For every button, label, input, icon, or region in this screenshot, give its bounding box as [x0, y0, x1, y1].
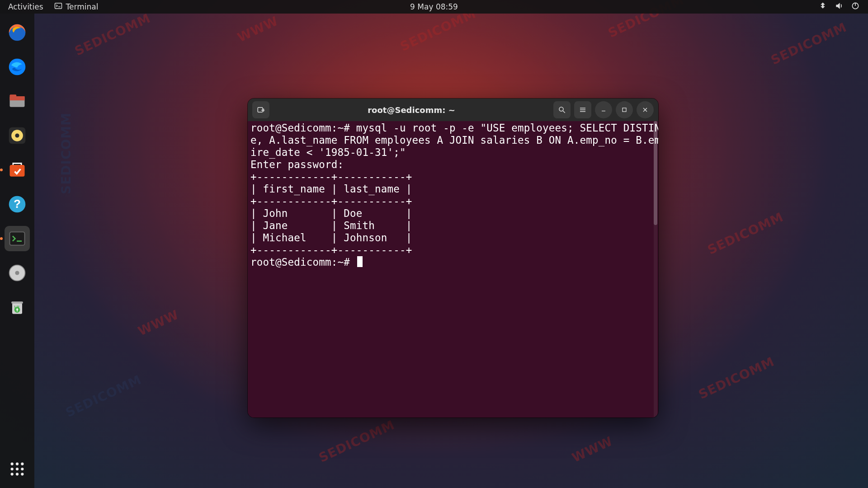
watermark-text: SEDICOMM	[72, 10, 153, 58]
watermark-text: WWW	[235, 14, 281, 45]
terminal-line: | Jane | Smith |	[250, 220, 412, 231]
watermark-text: SEDICOMM	[696, 354, 777, 402]
svg-point-27	[16, 473, 19, 475]
terminal-window: root@Sedicomm: ~ root@Sedicomm:~# mysql …	[248, 99, 658, 418]
power-icon[interactable]	[851, 1, 860, 12]
search-button[interactable]	[553, 101, 571, 118]
terminal-titlebar: root@Sedicomm: ~	[248, 99, 658, 121]
terminal-line: +------------+-----------+	[250, 171, 412, 183]
svg-point-24	[16, 468, 19, 470]
svg-point-23	[11, 468, 14, 470]
svg-point-22	[21, 463, 24, 465]
svg-line-33	[563, 111, 565, 113]
topbar-app-indicator[interactable]: Terminal	[54, 2, 99, 12]
terminal-line: ire_date < '1985-01-31';"	[250, 146, 406, 158]
watermark-text: SEDICOMM	[63, 372, 144, 420]
watermark-text: WWW	[570, 434, 615, 465]
terminal-cursor	[357, 256, 363, 267]
dock-disk[interactable]	[5, 260, 30, 286]
svg-point-10	[15, 133, 19, 137]
show-applications-button[interactable]	[5, 456, 30, 482]
terminal-line: | Michael | Johnson |	[250, 232, 412, 244]
terminal-line: +------------+-----------+	[250, 244, 412, 256]
dock-rhythmbox[interactable]	[5, 123, 30, 148]
svg-point-20	[11, 463, 14, 465]
svg-point-32	[559, 107, 563, 111]
activities-button[interactable]: Activities	[8, 2, 43, 11]
terminal-body[interactable]: root@Sedicomm:~# mysql -u root -p -e "US…	[248, 121, 658, 418]
terminal-line: Enter password:	[250, 159, 344, 170]
network-icon[interactable]	[818, 1, 827, 12]
terminal-line: +------------+-----------+	[250, 195, 412, 207]
dock-help[interactable]: ?	[5, 192, 30, 217]
terminal-line: root@Sedicomm:~#	[250, 256, 363, 268]
svg-point-16	[15, 271, 19, 275]
dock-firefox[interactable]	[5, 20, 30, 45]
svg-point-21	[16, 463, 19, 465]
close-button[interactable]	[637, 101, 654, 118]
svg-rect-7	[10, 94, 17, 97]
terminal-small-icon	[54, 2, 62, 12]
watermark-text: SEDICOMM	[59, 113, 74, 194]
svg-point-26	[11, 473, 14, 475]
terminal-scrollbar[interactable]	[654, 121, 657, 418]
terminal-line: | John | Doe |	[250, 207, 412, 219]
svg-text:?: ?	[14, 197, 21, 210]
watermark-text: SEDICOMM	[769, 19, 849, 67]
window-title: root@Sedicomm: ~	[269, 105, 553, 115]
svg-point-28	[21, 473, 24, 475]
dock: ?	[0, 14, 34, 488]
topbar-datetime[interactable]: 9 May 08:59	[410, 2, 458, 11]
svg-rect-11	[10, 165, 25, 177]
volume-icon[interactable]	[835, 1, 844, 12]
terminal-line: | first_name | last_name |	[250, 183, 412, 195]
dock-thunderbird[interactable]	[5, 54, 30, 80]
hamburger-menu-button[interactable]	[574, 101, 591, 118]
svg-rect-18	[11, 301, 23, 304]
dock-software[interactable]	[5, 157, 30, 183]
dock-files[interactable]	[5, 89, 30, 114]
topbar-app-name: Terminal	[66, 2, 99, 11]
watermark-text: SEDICOMM	[705, 209, 786, 257]
maximize-button[interactable]	[616, 101, 633, 118]
topbar: Activities Terminal 9 May 08:59	[0, 0, 868, 14]
terminal-line: e, A.last_name FROM employees A JOIN sal…	[250, 134, 658, 146]
svg-rect-38	[623, 108, 626, 112]
terminal-line: root@Sedicomm:~# mysql -u root -p -e "US…	[250, 122, 658, 134]
svg-rect-0	[55, 3, 61, 9]
new-tab-button[interactable]	[252, 101, 269, 118]
watermark-text: WWW	[136, 307, 181, 339]
watermark-text: SEDICOMM	[316, 417, 397, 465]
svg-rect-14	[10, 232, 25, 245]
dock-terminal[interactable]	[5, 226, 30, 251]
minimize-button[interactable]	[595, 101, 612, 118]
dock-trash[interactable]	[5, 295, 30, 320]
svg-point-25	[21, 468, 24, 470]
